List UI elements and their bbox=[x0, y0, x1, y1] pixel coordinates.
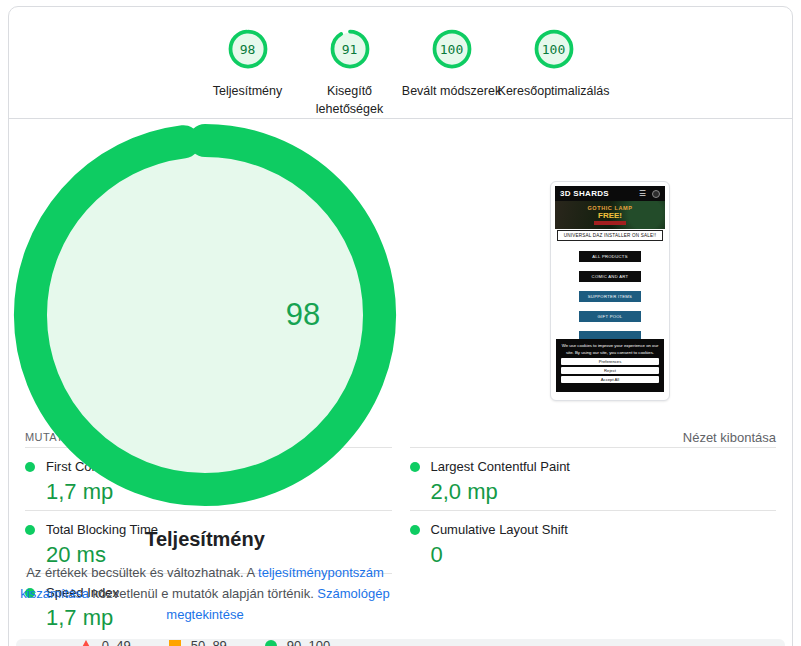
hamburger-icon: ☰ bbox=[639, 189, 646, 198]
cookie-button: Preferences bbox=[561, 358, 659, 365]
promo-banner: GOTHIC LAMP FREE! bbox=[555, 201, 665, 229]
site-nav-buttons: ALL PRODUCTS COMIC AND ART SUPPORTER ITE… bbox=[555, 251, 665, 342]
score-legend: 0–49 50–89 90–100 bbox=[9, 638, 401, 646]
cookie-button: Accept All bbox=[561, 376, 659, 383]
metrics-column-right: Largest Contentful Paint 2,0 mp Cumulati… bbox=[410, 447, 777, 573]
score-value: 100 bbox=[534, 29, 574, 69]
metric-cumulative-layout-shift: Cumulative Layout Shift 0 bbox=[410, 510, 777, 573]
legend-average: 50–89 bbox=[169, 638, 227, 646]
pass-dot-icon bbox=[410, 462, 420, 472]
category-label: Bevált módszerek bbox=[402, 82, 501, 100]
score-value: 91 bbox=[330, 29, 370, 69]
accessibility-gauge-icon: 91 bbox=[330, 29, 370, 69]
score-value: 98 bbox=[228, 29, 268, 69]
metric-label: Cumulative Layout Shift bbox=[431, 522, 568, 537]
site-header: 3D SHARDS ☰ bbox=[555, 186, 665, 201]
final-screenshot-thumbnail[interactable]: 3D SHARDS ☰ GOTHIC LAMP FREE! UNIVERSAL … bbox=[550, 181, 670, 401]
site-button: COMIC AND ART bbox=[579, 271, 641, 282]
banner-ribbon bbox=[594, 221, 626, 225]
score-value: 100 bbox=[432, 29, 472, 69]
sale-bar: UNIVERSAL DAZ INSTALLER ON SALE!! bbox=[557, 230, 663, 241]
report-card: 98 Teljesítmény 91 Kisegítő lehetőségek … bbox=[8, 6, 793, 646]
expand-view-toggle[interactable]: Nézet kibontása bbox=[683, 430, 776, 445]
site-button: SUPPORTER ITEMS bbox=[579, 291, 641, 302]
metric-largest-contentful-paint: Largest Contentful Paint 2,0 mp bbox=[410, 447, 777, 510]
site-button: ALL PRODUCTS bbox=[579, 251, 641, 262]
description-text: Az értékek becsültek és változhatnak. A bbox=[26, 565, 258, 580]
pass-dot-icon bbox=[410, 525, 420, 535]
legend-square-icon bbox=[169, 640, 181, 646]
legend-triangle-icon bbox=[80, 640, 92, 646]
cookie-text: We use cookies to improve your experienc… bbox=[561, 343, 659, 356]
metric-value: 2,0 mp bbox=[431, 480, 777, 503]
cart-icon bbox=[652, 190, 660, 198]
legend-range: 90–100 bbox=[287, 638, 330, 646]
legend-circle-icon bbox=[265, 640, 277, 646]
cookie-button: Reject bbox=[561, 367, 659, 374]
legend-range: 50–89 bbox=[191, 638, 227, 646]
performance-section: 98 Teljesítmény Az értékek becsültek és … bbox=[9, 119, 792, 427]
category-scores-header: 98 Teljesítmény 91 Kisegítő lehetőségek … bbox=[9, 7, 792, 119]
category-gauge-performance[interactable]: 98 Teljesítmény bbox=[198, 29, 298, 100]
metric-value: 0 bbox=[431, 543, 777, 566]
legend-range: 0–49 bbox=[102, 638, 131, 646]
legend-fail: 0–49 bbox=[80, 638, 131, 646]
category-label: Keresőoptimalizálás bbox=[498, 82, 610, 100]
banner-text: FREE! bbox=[598, 211, 622, 220]
performance-score: 98 bbox=[205, 119, 401, 511]
category-label: Kisegítő lehetőségek bbox=[300, 82, 400, 118]
site-logo-text: 3D SHARDS bbox=[560, 189, 639, 198]
performance-description: Az értékek becsültek és változhatnak. A … bbox=[19, 562, 391, 625]
category-gauge-seo[interactable]: 100 Keresőoptimalizálás bbox=[504, 29, 604, 100]
site-screenshot: 3D SHARDS ☰ GOTHIC LAMP FREE! UNIVERSAL … bbox=[555, 186, 665, 396]
cookie-dialog: We use cookies to improve your experienc… bbox=[556, 339, 664, 392]
performance-title: Teljesítmény bbox=[9, 528, 401, 551]
description-text: közvetlenül e mutatók alapján történik. bbox=[89, 586, 317, 601]
performance-gauge-icon: 98 bbox=[228, 29, 268, 69]
seo-gauge-icon: 100 bbox=[534, 29, 574, 69]
legend-pass: 90–100 bbox=[265, 638, 330, 646]
performance-main-gauge-icon: 98 bbox=[9, 119, 401, 511]
category-label: Teljesítmény bbox=[213, 82, 282, 100]
performance-summary: 98 Teljesítmény Az értékek becsültek és … bbox=[9, 119, 401, 646]
site-button: GIFT POOL bbox=[579, 311, 641, 322]
metric-label: Largest Contentful Paint bbox=[431, 459, 570, 474]
best-practices-gauge-icon: 100 bbox=[432, 29, 472, 69]
category-gauge-accessibility[interactable]: 91 Kisegítő lehetőségek bbox=[300, 29, 400, 118]
category-gauge-best-practices[interactable]: 100 Bevált módszerek bbox=[402, 29, 502, 100]
